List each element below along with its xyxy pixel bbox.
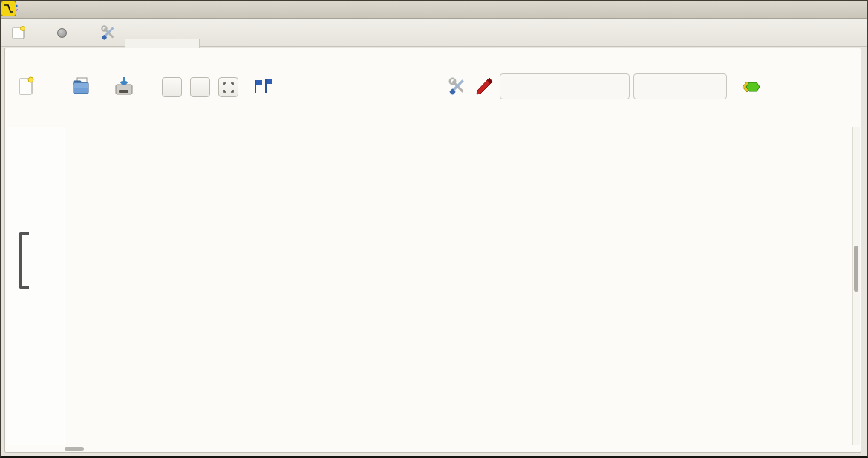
vertical-scrollbar-handle[interactable]: [854, 246, 858, 292]
horizontal-scrollbar-handle[interactable]: [65, 447, 84, 451]
trace-overlay: [1, 1, 868, 458]
pulseview-window: [0, 0, 868, 458]
time-cursor[interactable]: [1, 127, 1, 440]
trigger-marker[interactable]: [1, 1, 16, 16]
falling-edge-trigger-icon: [1, 1, 16, 16]
